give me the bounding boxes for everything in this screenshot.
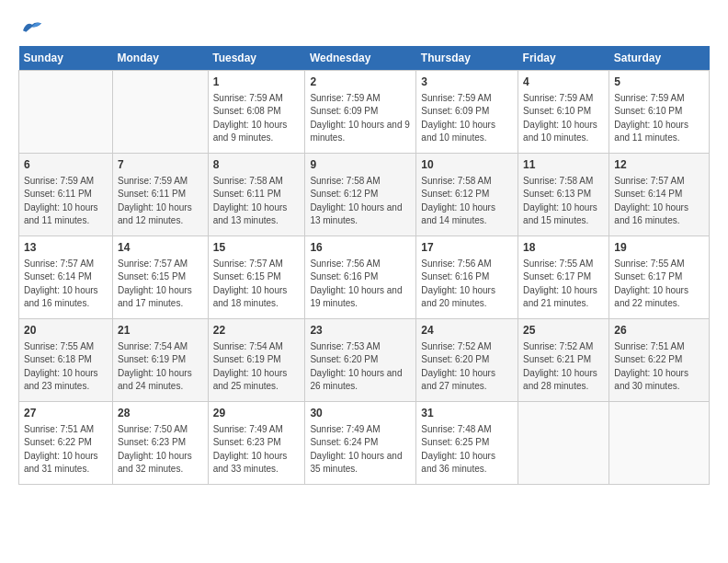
- calendar-cell: 31Sunrise: 7:48 AM Sunset: 6:25 PM Dayli…: [416, 402, 518, 485]
- day-info: Sunrise: 7:59 AM Sunset: 6:09 PM Dayligh…: [310, 92, 411, 145]
- calendar-cell: 22Sunrise: 7:54 AM Sunset: 6:19 PM Dayli…: [208, 319, 305, 402]
- day-info: Sunrise: 7:52 AM Sunset: 6:20 PM Dayligh…: [421, 340, 513, 394]
- day-number: 12: [614, 157, 704, 173]
- calendar-cell: 15Sunrise: 7:57 AM Sunset: 6:15 PM Dayli…: [208, 236, 305, 319]
- calendar-cell: 26Sunrise: 7:51 AM Sunset: 6:22 PM Dayli…: [609, 319, 710, 402]
- calendar-cell: 2Sunrise: 7:59 AM Sunset: 6:09 PM Daylig…: [305, 71, 416, 154]
- day-info: Sunrise: 7:55 AM Sunset: 6:17 PM Dayligh…: [614, 258, 704, 311]
- day-info: Sunrise: 7:56 AM Sunset: 6:16 PM Dayligh…: [310, 258, 411, 311]
- col-wednesday: Wednesday: [305, 46, 416, 71]
- day-info: Sunrise: 7:55 AM Sunset: 6:18 PM Dayligh…: [24, 340, 108, 394]
- calendar-cell: 24Sunrise: 7:52 AM Sunset: 6:20 PM Dayli…: [416, 319, 518, 402]
- day-info: Sunrise: 7:54 AM Sunset: 6:19 PM Dayligh…: [213, 340, 301, 394]
- day-info: Sunrise: 7:58 AM Sunset: 6:12 PM Dayligh…: [421, 175, 513, 228]
- day-info: Sunrise: 7:59 AM Sunset: 6:11 PM Dayligh…: [24, 175, 108, 228]
- logo: [18, 18, 48, 37]
- day-number: 27: [24, 406, 108, 421]
- calendar-cell: 9Sunrise: 7:58 AM Sunset: 6:12 PM Daylig…: [305, 154, 416, 236]
- col-monday: Monday: [113, 46, 209, 71]
- day-number: 23: [310, 323, 411, 339]
- calendar-cell: 7Sunrise: 7:59 AM Sunset: 6:11 PM Daylig…: [113, 154, 209, 236]
- day-number: 22: [213, 323, 301, 339]
- day-info: Sunrise: 7:58 AM Sunset: 6:13 PM Dayligh…: [523, 175, 604, 228]
- day-number: 3: [421, 75, 513, 90]
- col-friday: Friday: [518, 46, 609, 71]
- calendar-cell: 6Sunrise: 7:59 AM Sunset: 6:11 PM Daylig…: [19, 154, 113, 236]
- day-info: Sunrise: 7:50 AM Sunset: 6:23 PM Dayligh…: [118, 423, 203, 477]
- page-header: [18, 18, 710, 37]
- day-info: Sunrise: 7:58 AM Sunset: 6:11 PM Dayligh…: [213, 175, 301, 228]
- calendar-cell: 18Sunrise: 7:55 AM Sunset: 6:17 PM Dayli…: [518, 236, 609, 319]
- col-sunday: Sunday: [19, 46, 113, 71]
- calendar-cell: 20Sunrise: 7:55 AM Sunset: 6:18 PM Dayli…: [19, 319, 113, 402]
- calendar-week-row: 6Sunrise: 7:59 AM Sunset: 6:11 PM Daylig…: [19, 154, 710, 236]
- day-info: Sunrise: 7:52 AM Sunset: 6:21 PM Dayligh…: [523, 340, 604, 394]
- day-number: 4: [523, 75, 604, 90]
- day-number: 31: [421, 406, 513, 421]
- calendar-cell: 21Sunrise: 7:54 AM Sunset: 6:19 PM Dayli…: [113, 319, 209, 402]
- day-number: 1: [213, 75, 301, 90]
- day-info: Sunrise: 7:55 AM Sunset: 6:17 PM Dayligh…: [523, 258, 604, 311]
- day-number: 29: [213, 406, 301, 421]
- day-number: 30: [310, 406, 411, 421]
- calendar-cell: [518, 402, 609, 485]
- calendar-cell: 12Sunrise: 7:57 AM Sunset: 6:14 PM Dayli…: [609, 154, 710, 236]
- calendar-cell: 8Sunrise: 7:58 AM Sunset: 6:11 PM Daylig…: [208, 154, 305, 236]
- day-number: 5: [614, 75, 704, 90]
- calendar-header-row: Sunday Monday Tuesday Wednesday Thursday…: [19, 46, 710, 71]
- day-info: Sunrise: 7:48 AM Sunset: 6:25 PM Dayligh…: [421, 423, 513, 477]
- day-info: Sunrise: 7:57 AM Sunset: 6:14 PM Dayligh…: [24, 258, 108, 311]
- calendar-cell: 25Sunrise: 7:52 AM Sunset: 6:21 PM Dayli…: [518, 319, 609, 402]
- day-info: Sunrise: 7:59 AM Sunset: 6:08 PM Dayligh…: [213, 92, 301, 145]
- calendar-week-row: 27Sunrise: 7:51 AM Sunset: 6:22 PM Dayli…: [19, 402, 710, 485]
- day-info: Sunrise: 7:51 AM Sunset: 6:22 PM Dayligh…: [24, 423, 108, 477]
- calendar-cell: 11Sunrise: 7:58 AM Sunset: 6:13 PM Dayli…: [518, 154, 609, 236]
- day-number: 26: [614, 323, 704, 339]
- day-number: 20: [24, 323, 108, 339]
- calendar-table: Sunday Monday Tuesday Wednesday Thursday…: [18, 46, 710, 485]
- day-number: 9: [310, 157, 411, 173]
- calendar-cell: 14Sunrise: 7:57 AM Sunset: 6:15 PM Dayli…: [113, 236, 209, 319]
- calendar-cell: 3Sunrise: 7:59 AM Sunset: 6:09 PM Daylig…: [416, 71, 518, 154]
- day-number: 6: [24, 157, 108, 173]
- calendar-cell: 16Sunrise: 7:56 AM Sunset: 6:16 PM Dayli…: [305, 236, 416, 319]
- day-info: Sunrise: 7:51 AM Sunset: 6:22 PM Dayligh…: [614, 340, 704, 394]
- day-info: Sunrise: 7:58 AM Sunset: 6:12 PM Dayligh…: [310, 175, 411, 228]
- calendar-cell: 5Sunrise: 7:59 AM Sunset: 6:10 PM Daylig…: [609, 71, 710, 154]
- day-info: Sunrise: 7:54 AM Sunset: 6:19 PM Dayligh…: [118, 340, 203, 394]
- day-info: Sunrise: 7:57 AM Sunset: 6:15 PM Dayligh…: [213, 258, 301, 311]
- day-info: Sunrise: 7:57 AM Sunset: 6:15 PM Dayligh…: [118, 258, 203, 311]
- day-number: 14: [118, 240, 203, 256]
- day-number: 15: [213, 240, 301, 256]
- calendar-cell: 30Sunrise: 7:49 AM Sunset: 6:24 PM Dayli…: [305, 402, 416, 485]
- day-number: 16: [310, 240, 411, 256]
- calendar-cell: [113, 71, 209, 154]
- calendar-week-row: 13Sunrise: 7:57 AM Sunset: 6:14 PM Dayli…: [19, 236, 710, 319]
- day-number: 8: [213, 157, 301, 173]
- day-number: 24: [421, 323, 513, 339]
- calendar-cell: 28Sunrise: 7:50 AM Sunset: 6:23 PM Dayli…: [113, 402, 209, 485]
- calendar-week-row: 1Sunrise: 7:59 AM Sunset: 6:08 PM Daylig…: [19, 71, 710, 154]
- day-number: 2: [310, 75, 411, 90]
- day-info: Sunrise: 7:59 AM Sunset: 6:10 PM Dayligh…: [523, 92, 604, 145]
- day-number: 19: [614, 240, 704, 256]
- day-number: 18: [523, 240, 604, 256]
- calendar-cell: 4Sunrise: 7:59 AM Sunset: 6:10 PM Daylig…: [518, 71, 609, 154]
- calendar-cell: 13Sunrise: 7:57 AM Sunset: 6:14 PM Dayli…: [19, 236, 113, 319]
- calendar-cell: 27Sunrise: 7:51 AM Sunset: 6:22 PM Dayli…: [19, 402, 113, 485]
- col-tuesday: Tuesday: [208, 46, 305, 71]
- calendar-cell: 23Sunrise: 7:53 AM Sunset: 6:20 PM Dayli…: [305, 319, 416, 402]
- day-info: Sunrise: 7:57 AM Sunset: 6:14 PM Dayligh…: [614, 175, 704, 228]
- day-number: 25: [523, 323, 604, 339]
- calendar-cell: [19, 71, 113, 154]
- calendar-cell: 29Sunrise: 7:49 AM Sunset: 6:23 PM Dayli…: [208, 402, 305, 485]
- day-info: Sunrise: 7:59 AM Sunset: 6:09 PM Dayligh…: [421, 92, 513, 145]
- day-info: Sunrise: 7:56 AM Sunset: 6:16 PM Dayligh…: [421, 258, 513, 311]
- day-info: Sunrise: 7:59 AM Sunset: 6:11 PM Dayligh…: [118, 175, 203, 228]
- calendar-week-row: 20Sunrise: 7:55 AM Sunset: 6:18 PM Dayli…: [19, 319, 710, 402]
- day-number: 11: [523, 157, 604, 173]
- day-number: 7: [118, 157, 203, 173]
- calendar-cell: [609, 402, 710, 485]
- day-number: 21: [118, 323, 203, 339]
- day-number: 10: [421, 157, 513, 173]
